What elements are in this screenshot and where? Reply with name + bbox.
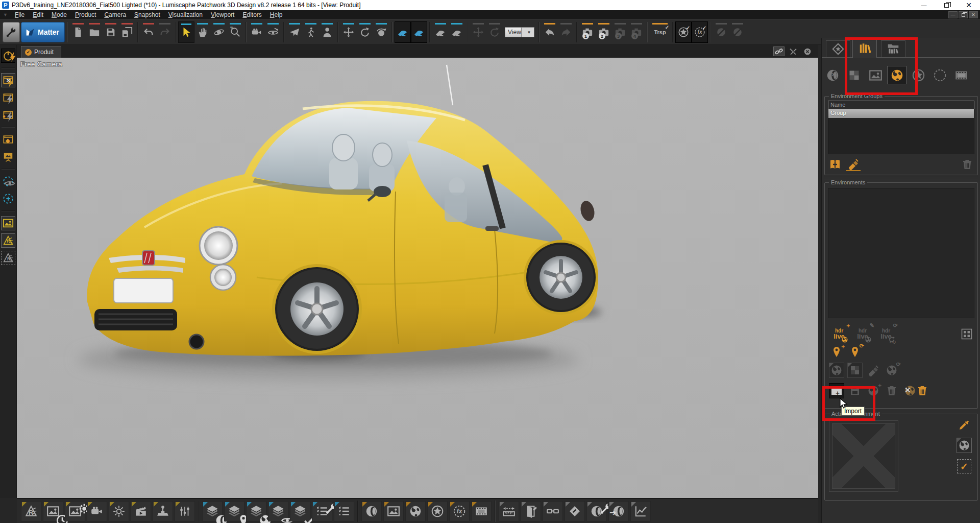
menu-file[interactable]: File [11,11,29,19]
view-selector[interactable]: View ▼ [505,27,534,37]
minimize-button[interactable]: — [913,0,935,10]
new-texture-environment-button[interactable] [847,363,863,378]
viewport-3d-canvas[interactable]: Free Camera [17,58,818,498]
import-environment-button[interactable]: ＋ [829,383,844,398]
image-render-button[interactable]: R [1,233,15,248]
export-environment-button[interactable]: ＋ [866,383,881,398]
effects-check-button[interactable]: fx✓ [692,21,708,43]
stereo-view-button[interactable] [543,501,563,521]
window-lighting-off-button[interactable]: ✕ [1,73,15,87]
animation-editor-button[interactable] [131,501,151,521]
settings-wrench-button[interactable] [3,22,20,42]
previous-view-button[interactable] [542,21,558,43]
render-settings-button[interactable]: R [21,501,41,521]
lighting-button[interactable] [109,501,129,521]
active-globe-button[interactable] [957,438,972,453]
add-orbit-point-button[interactable] [1,192,15,206]
menu-edit[interactable]: Edit [29,11,47,19]
pick-environment-button[interactable] [957,418,971,432]
statistics-button[interactable] [630,501,651,521]
image-settings-button[interactable] [65,501,85,521]
hdr-live-hq-button[interactable]: hdr live HQ ⟳ [876,325,896,343]
new-document-button[interactable] [70,21,86,43]
hdr-live-add-button[interactable]: hdr live ＋ [829,325,849,343]
paint-orientation-active-button[interactable] [411,21,427,43]
close-view-icon[interactable] [802,46,813,56]
purge-trash-button[interactable] [915,383,930,398]
redo-button[interactable] [157,21,173,43]
labels-tab-icon[interactable] [909,66,928,84]
mdi-close-button[interactable]: ✕ [969,11,978,18]
save-environment-button[interactable] [847,383,863,398]
title-bar[interactable]: P P3Dv6_training_LNE20180306_Fiat500 Lig… [0,0,980,10]
target-tool-button[interactable]: ➔ [608,501,629,521]
camera-orbit-button[interactable] [265,21,281,43]
effects-editor-button[interactable]: fx [449,501,470,521]
window-menu-icon[interactable]: ▼ [0,12,11,17]
tab-product-library[interactable] [826,40,850,57]
link-views-icon[interactable] [773,46,785,56]
environments-tab-icon[interactable] [887,66,906,84]
paint-orientation-button[interactable] [449,21,465,43]
menu-editors[interactable]: Editors [238,11,265,19]
menu-product[interactable]: Product [71,11,100,19]
menu-mode[interactable]: Mode [47,11,71,19]
layers-environment-button[interactable] [246,501,266,521]
render-off-1-button[interactable] [713,21,729,43]
add-group-button[interactable] [828,158,842,171]
rename-group-button[interactable] [846,158,861,171]
zoom-tool-button[interactable]: % [227,21,243,43]
menu-viewport[interactable]: Viewport [207,11,238,19]
textures-tab-icon[interactable] [844,66,864,84]
matter-mode-button[interactable]: Matter [21,22,65,42]
environments-editor-button[interactable] [405,501,426,521]
menu-snapshot[interactable]: Snapshot [130,11,164,19]
menu-camera[interactable]: Camera [100,11,130,19]
add-position-pin-button[interactable]: ＋ [829,344,844,360]
refresh-environment-button[interactable]: ⟳ [884,363,899,378]
group-row-selected[interactable]: Group [828,109,974,118]
camera-4-button[interactable]: 4 [628,21,645,43]
render-off-2-button[interactable] [729,21,746,43]
thumbnail-grid-button[interactable] [959,326,974,342]
fly-mode-button[interactable] [286,21,303,43]
door-editor-button[interactable] [521,501,541,521]
walk-mode-button[interactable] [303,21,319,43]
restore-button[interactable] [935,0,958,10]
object-rotate-button[interactable] [357,21,373,43]
open-document-button[interactable] [86,21,103,43]
mdi-minimize-button[interactable]: — [948,11,958,18]
presentation-screen-button[interactable] [1,150,15,164]
materials-editor-button[interactable] [361,501,382,521]
select-tool-button[interactable] [178,21,194,43]
layers-visibility-button[interactable] [268,501,288,521]
tab-matter-library[interactable] [852,38,877,58]
postprocess-editor-button[interactable] [471,501,492,521]
layers-state-button[interactable] [290,501,310,521]
paint-position-button[interactable] [432,21,449,43]
orbit-tool-button[interactable] [211,21,227,43]
menu-help[interactable]: Help [266,11,287,19]
images-tab-icon[interactable] [866,66,885,84]
controller-button[interactable] [153,501,173,521]
camera-1-button[interactable]: 1 [579,21,596,43]
next-view-button[interactable] [558,21,574,43]
update-position-pin-button[interactable]: ⟳ [847,344,863,360]
mdi-restore-button[interactable] [959,11,968,18]
transparency-button[interactable]: Trsp✓ [650,21,670,43]
tab-library-browser[interactable] [881,40,905,57]
effects-tab-icon[interactable]: fx [930,66,949,84]
camera-translate-button[interactable] [249,21,265,43]
edit-environment-button[interactable] [866,363,881,378]
object-translate-button[interactable] [340,21,357,43]
pan-tool-button[interactable] [194,21,211,43]
configuration-wizard-button[interactable] [312,501,332,521]
window-lighting-button[interactable] [1,90,15,105]
hdr-live-edit-button[interactable]: hdr live ✎ [852,325,873,343]
window-lighting-partial-button[interactable]: ● [1,108,15,122]
layers-position-button[interactable] [224,501,244,521]
undo-button[interactable] [140,21,157,43]
postprocess-tab-icon[interactable] [951,66,971,84]
configuration-list-button[interactable] [334,501,354,521]
rotate-disabled-button[interactable] [486,21,503,43]
